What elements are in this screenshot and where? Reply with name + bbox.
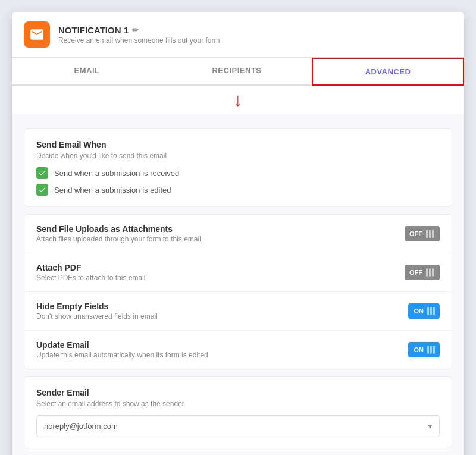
header-text: NOTIFICATION 1 ✏ Receive an email when s… — [58, 25, 220, 45]
toggle-update-email-title: Update Email — [36, 340, 208, 350]
toggle-off-state: OFF — [405, 226, 440, 241]
red-arrow-icon: ↓ — [233, 90, 243, 109]
notification-title: NOTIFICATION 1 ✏ — [58, 25, 220, 35]
checkbox-submission-received[interactable]: Send when a submission is received — [36, 167, 440, 179]
tab-email[interactable]: EMAIL — [12, 58, 162, 86]
checkbox-label-edited: Send when a submission is edited — [54, 186, 171, 194]
email-icon — [29, 27, 45, 42]
notification-subtitle: Receive an email when someone fills out … — [58, 36, 220, 45]
toggle-update-email: Update Email Update this email automatic… — [24, 330, 452, 369]
checkbox-icon-edited — [36, 184, 48, 196]
checkbox-icon-received — [36, 167, 48, 179]
toggle-file-uploads-title: Send File Uploads as Attachments — [36, 224, 201, 234]
send-when-desc: Decide when you'd like to send this emai… — [36, 152, 440, 160]
toggle-attach-pdf-title: Attach PDF — [36, 263, 145, 272]
tab-advanced[interactable]: ADVANCED — [312, 58, 464, 86]
arrow-indicator: ↓ — [12, 86, 464, 114]
send-when-section: Send Email When Decide when you'd like t… — [24, 128, 452, 207]
toggle-update-email-desc: Update this email automatically when its… — [36, 351, 208, 359]
toggle-off-pdf: OFF — [405, 265, 440, 280]
toggle-attach-pdf-switch[interactable]: OFF — [405, 265, 440, 280]
send-when-title: Send Email When — [36, 140, 440, 149]
modal-header: NOTIFICATION 1 ✏ Receive an email when s… — [12, 12, 464, 58]
sender-email-select[interactable]: noreply@jotform.com — [36, 415, 440, 437]
toggle-file-uploads: Send File Uploads as Attachments Attach … — [24, 215, 452, 253]
toggle-on-hide: ON — [408, 303, 440, 319]
toggle-hide-empty-title: Hide Empty Fields — [36, 302, 158, 311]
tab-recipients[interactable]: RECIPIENTS — [162, 58, 312, 86]
content-area: Send Email When Decide when you'd like t… — [12, 114, 464, 455]
notification-icon — [24, 21, 50, 48]
toggle-file-uploads-switch[interactable]: OFF — [405, 226, 440, 241]
toggle-attach-pdf: Attach PDF Select PDFs to attach to this… — [24, 253, 452, 291]
toggle-update-email-switch[interactable]: ON — [408, 342, 440, 357]
toggle-hide-empty-switch[interactable]: ON — [408, 303, 440, 319]
toggle-file-uploads-desc: Attach files uploaded through your form … — [36, 235, 201, 243]
sender-email-wrapper: noreply@jotform.com ▼ — [36, 415, 440, 437]
sender-email-section: Sender Email Select an email address to … — [24, 376, 452, 448]
toggles-group: Send File Uploads as Attachments Attach … — [24, 214, 452, 369]
tabs-bar: EMAIL RECIPIENTS ADVANCED — [12, 58, 464, 86]
toggle-hide-empty-desc: Don't show unanswered fields in email — [36, 312, 158, 321]
toggle-hide-empty: Hide Empty Fields Don't show unanswered … — [24, 291, 452, 330]
toggle-on-update: ON — [408, 342, 440, 357]
sender-email-title: Sender Email — [36, 388, 440, 397]
checkbox-label-received: Send when a submission is received — [54, 169, 179, 178]
edit-icon[interactable]: ✏ — [132, 26, 139, 34]
checkbox-submission-edited[interactable]: Send when a submission is edited — [36, 184, 440, 196]
toggle-attach-pdf-desc: Select PDFs to attach to this email — [36, 274, 145, 282]
sender-email-desc: Select an email address to show as the s… — [36, 400, 440, 408]
notification-modal: NOTIFICATION 1 ✏ Receive an email when s… — [12, 12, 464, 455]
